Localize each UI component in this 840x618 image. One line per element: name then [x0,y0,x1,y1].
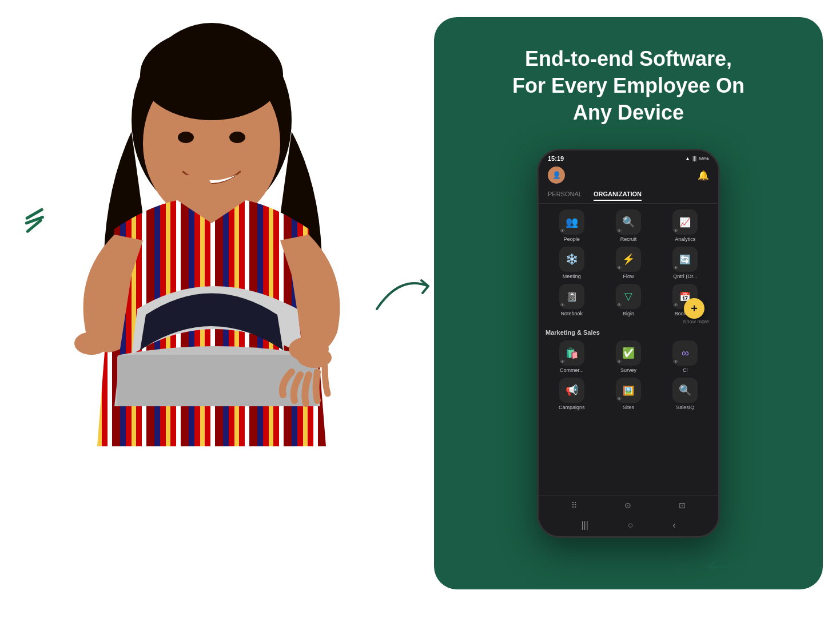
notebook-icon-wrap: 📓 👁 [559,284,584,309]
people-icon: 👥 [566,216,578,228]
marketing-section-label: Marketing & Sales [546,329,711,336]
meeting-app-name: Meeting [555,274,589,279]
app-item-meeting[interactable]: ❄️ Meeting [546,247,598,279]
svg-point-5 [229,132,245,143]
app-item-bigin[interactable]: ▽ 👁 Bigin [602,284,654,316]
eye-badge-commerce: 👁 [560,359,565,365]
eye-badge-people: 👁 [560,228,565,233]
app-item-analytics[interactable]: 📈 👁 Analytics [659,209,711,242]
people-icon-wrap: 👥 👁 [559,209,584,235]
flow-icon-wrap: ⚡ 👁 [616,247,641,272]
app-item-notebook[interactable]: 📓 👁 Notebook [546,284,598,316]
headline-line1: End-to-end Software, [525,47,732,70]
salesiq-icon: 🔍 [679,384,691,397]
recruit-app-name: Recruit [611,236,646,242]
app-item-commerce[interactable]: 🛍️ 👁 Commer... [546,340,598,373]
eye-badge-cl: 👁 [674,359,678,365]
headline-line2: For Every Employee On [512,74,745,97]
eye-badge-qntrl: 👁 [674,266,678,271]
app-item-salesiq[interactable]: 🔍 SalesIQ [659,378,711,410]
phone-tabs[interactable]: PERSONAL ORGANIZATION [539,188,718,204]
app-item-campaigns[interactable]: 📢 Campaigns [546,378,598,410]
recruit-icon-wrap: 🔍 👁 [616,209,641,235]
phone-topbar: 👤 🔔 [539,164,718,188]
svg-point-3 [140,29,283,120]
avatar: 👤 [548,167,565,184]
analytics-app-name: Analytics [668,236,702,242]
sites-icon-wrap: 🖼️ 👁 [616,378,641,403]
signal-icon: ||| [692,156,696,161]
phone-mockup: 15:19 ▲ ||| 55% 👤 🔔 PERSONAL ORGANIZATIO… [537,149,720,538]
nav-search-icon[interactable]: ⊙ [624,501,631,510]
qntrl-icon-wrap: 🔄 👁 [672,247,698,272]
qntrl-icon: 🔄 [679,254,691,265]
status-time: 15:19 [548,155,564,162]
nav-dots-icon[interactable]: ⠿ [571,501,577,510]
android-nav: ||| ○ ‹ [539,514,718,536]
commerce-icon: 🛍️ [566,347,578,359]
marketing-app-grid: 🛍️ 👁 Commer... ✅ 👁 Survey [546,340,711,410]
eye-badge-analytics: 👁 [674,228,678,233]
eye-badge-survey: 👁 [617,359,622,365]
tab-personal[interactable]: PERSONAL [548,191,582,201]
analytics-icon-wrap: 📈 👁 [672,209,698,235]
flow-icon: ⚡ [622,253,635,266]
eye-badge-recruit: 👁 [617,228,622,233]
survey-icon-wrap: ✅ 👁 [616,340,641,366]
salesiq-app-name: SalesIQ [668,405,702,410]
android-recent-btn[interactable]: ‹ [672,520,675,530]
people-app-name: People [555,236,589,242]
app-item-people[interactable]: 👥 👁 People [546,209,598,242]
bell-icon: 🔔 [698,170,709,181]
app-item-recruit[interactable]: 🔍 👁 Recruit [602,209,654,242]
app-item-survey[interactable]: ✅ 👁 Survey [602,340,654,373]
cl-app-name: Cl [668,367,702,373]
show-more[interactable]: Show more [546,319,711,324]
campaigns-icon: 📢 [566,384,578,397]
cl-icon-wrap: ∞ 👁 [672,340,698,366]
app-item-qntrl[interactable]: 🔄 👁 Qntrl (Or... [659,247,711,279]
status-icons: ▲ ||| 55% [685,156,709,161]
svg-point-4 [178,132,194,143]
svg-point-6 [177,175,212,197]
android-back-btn[interactable]: ||| [581,520,588,530]
survey-icon: ✅ [622,347,635,359]
commerce-icon-wrap: 🛍️ 👁 [559,340,584,366]
recruit-icon: 🔍 [622,216,635,228]
app-item-cl[interactable]: ∞ 👁 Cl [659,340,711,373]
app-item-sites[interactable]: 🖼️ 👁 Sites [602,378,654,410]
salesiq-icon-wrap: 🔍 [672,378,698,403]
flow-app-name: Flow [611,274,646,279]
status-bar: 15:19 ▲ ||| 55% [539,150,718,164]
app-item-flow[interactable]: ⚡ 👁 Flow [602,247,654,279]
survey-app-name: Survey [611,367,646,373]
eye-badge-notebook: 👁 [560,303,565,308]
bigin-app-name: Bigin [611,311,646,316]
right-panel: End-to-end Software, For Every Employee … [434,17,823,589]
commerce-app-name: Commer... [555,367,589,373]
app-section: 👥 👁 People 🔍 👁 Recruit [539,204,718,496]
nav-grid-icon[interactable]: ⊡ [679,501,686,510]
eye-badge-bookings: 👁 [674,303,678,308]
headline-line3: Any Device [573,101,684,124]
phone-screen: 15:19 ▲ ||| 55% 👤 🔔 PERSONAL ORGANIZATIO… [539,150,718,536]
sites-app-name: Sites [611,405,646,410]
cl-icon: ∞ [682,347,689,359]
svg-point-13 [74,332,109,355]
notebook-app-name: Notebook [555,311,589,316]
person-illustration [17,17,406,589]
notebook-icon: 📓 [566,291,578,302]
bottom-arrow-decoration [686,536,789,584]
tab-organization[interactable]: ORGANIZATION [594,191,642,201]
campaigns-icon-wrap: 📢 [559,378,584,403]
person-area [0,0,435,618]
meeting-icon: ❄️ [566,253,578,266]
bigin-icon-wrap: ▽ 👁 [616,284,641,309]
sites-icon: 🖼️ [623,385,634,396]
analytics-icon: 📈 [679,217,691,228]
qntrl-app-name: Qntrl (Or... [668,274,702,279]
battery-level: 55% [699,156,709,161]
android-home-btn[interactable]: ○ [628,520,634,530]
page-container: End-to-end Software, For Every Employee … [0,0,840,618]
phone-bottom-nav: ⠿ ⊙ ⊡ [539,496,718,514]
